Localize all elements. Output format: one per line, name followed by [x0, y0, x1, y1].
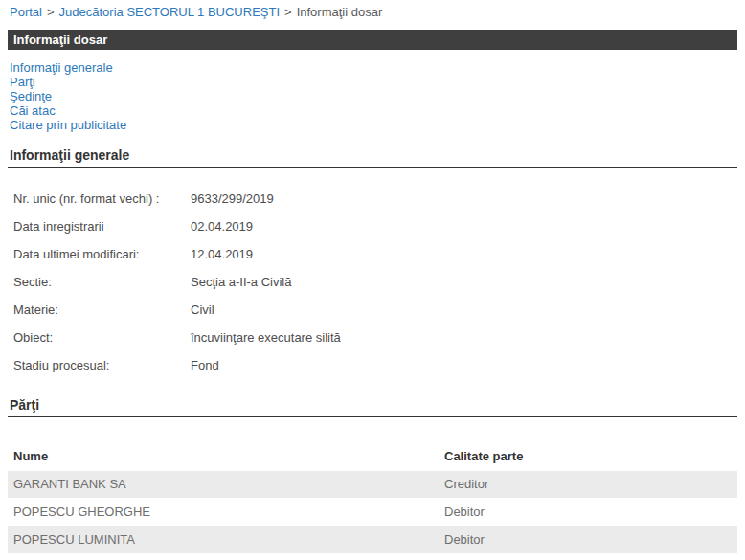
party-name: POPESCU LUMINITA	[8, 526, 444, 553]
breadcrumb: Portal>Judecătoria SECTORUL 1 BUCUREŞTI>…	[8, 5, 737, 19]
field-value: Secţia a-II-a Civilă	[191, 268, 737, 296]
field-row-obiect: Obiect: încuviinţare executare silită	[8, 324, 737, 351]
field-row-materie: Materie: Civil	[8, 296, 737, 324]
column-header-calitate-parte: Calitate parte	[444, 442, 737, 470]
field-row-sectie: Sectie: Secţia a-II-a Civilă	[8, 268, 737, 296]
general-info-fields: Nr. unic (nr. format vechi) : 9633/299/2…	[8, 185, 737, 379]
section-nav: Informaţii generale Părţi Şedinţe Căi at…	[8, 60, 737, 132]
field-label: Stadiu procesual:	[8, 351, 191, 379]
nav-link-sedinte[interactable]: Şedinţe	[10, 89, 737, 103]
field-label: Data inregistrarii	[8, 213, 191, 240]
table-row: POPESCU LUMINITA Debitor	[8, 526, 737, 553]
parties-table: Nume Calitate parte GARANTI BANK SA Cred…	[8, 442, 737, 553]
field-value: Fond	[191, 351, 737, 379]
party-role: Debitor	[444, 526, 737, 553]
field-label: Materie:	[8, 296, 191, 324]
field-value: 9633/299/2019	[191, 185, 737, 213]
field-value: încuviinţare executare silită	[191, 324, 737, 351]
breadcrumb-separator: >	[47, 5, 55, 19]
breadcrumb-link-portal[interactable]: Portal	[10, 5, 42, 19]
table-row: GARANTI BANK SA Creditor	[8, 471, 737, 498]
general-info-heading: Informaţii generale	[8, 147, 737, 168]
nav-link-cai-atac[interactable]: Căi atac	[10, 103, 737, 118]
field-label: Obiect:	[8, 324, 191, 351]
field-row-data-ultimei-modificari: Data ultimei modificari: 12.04.2019	[8, 240, 737, 268]
nav-link-informatii-generale[interactable]: Informaţii generale	[10, 60, 737, 75]
table-header-row: Nume Calitate parte	[8, 442, 737, 470]
field-row-data-inregistrarii: Data inregistrarii 02.04.2019	[8, 213, 737, 240]
page: Portal>Judecătoria SECTORUL 1 BUCUREŞTI>…	[0, 0, 745, 553]
parties-heading: Părţi	[8, 397, 737, 417]
breadcrumb-link-court[interactable]: Judecătoria SECTORUL 1 BUCUREŞTI	[59, 5, 280, 19]
title-bar-label: Informaţii dosar	[13, 33, 107, 47]
breadcrumb-current: Informaţii dosar	[297, 5, 383, 19]
party-role: Debitor	[444, 499, 737, 526]
field-label: Data ultimei modificari:	[8, 240, 191, 268]
nav-link-citare-prin-publicitate[interactable]: Citare prin publicitate	[10, 118, 737, 132]
title-bar: Informaţii dosar	[8, 30, 737, 50]
field-row-stadiu-procesual: Stadiu procesual: Fond	[8, 351, 737, 379]
column-header-nume: Nume	[8, 442, 444, 470]
field-value: 02.04.2019	[191, 213, 737, 240]
table-row: POPESCU GHEORGHE Debitor	[8, 499, 737, 526]
party-role: Creditor	[444, 471, 737, 498]
field-value: Civil	[191, 296, 737, 324]
field-value: 12.04.2019	[191, 240, 737, 268]
field-label: Nr. unic (nr. format vechi) :	[8, 185, 191, 213]
nav-link-parti[interactable]: Părţi	[10, 75, 737, 89]
field-row-nr-unic: Nr. unic (nr. format vechi) : 9633/299/2…	[8, 185, 737, 213]
field-label: Sectie:	[8, 268, 191, 296]
party-name: POPESCU GHEORGHE	[8, 499, 444, 526]
party-name: GARANTI BANK SA	[8, 471, 444, 498]
breadcrumb-separator: >	[284, 5, 292, 19]
